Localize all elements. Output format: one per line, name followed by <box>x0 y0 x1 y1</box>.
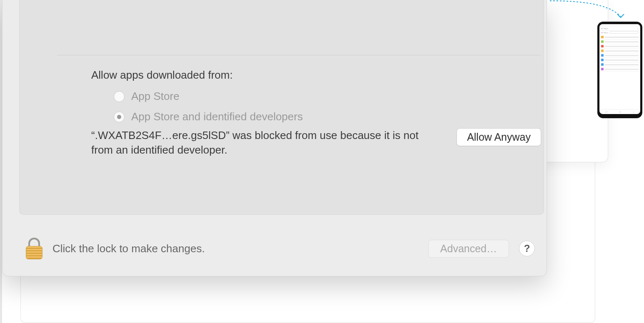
lock-icon[interactable] <box>26 238 42 259</box>
file-name-placeholder <box>605 46 639 47</box>
phone-file-row <box>599 44 640 49</box>
phone-nav-icon: ▭ <box>605 110 608 113</box>
phone-menu-icon: ⋮ <box>637 27 639 30</box>
radio-label: App Store and identified developers <box>131 110 303 123</box>
phone-file-row <box>599 67 640 72</box>
phone-nav-icon: ○ <box>633 111 634 113</box>
phone-file-row <box>599 40 640 44</box>
file-name-placeholder <box>605 55 639 56</box>
radio-icon <box>114 91 125 102</box>
phone-file-row <box>599 53 640 58</box>
help-button[interactable]: ? <box>519 241 535 256</box>
footer-right: Advanced… ? <box>428 240 535 258</box>
phone-bottom-bar: ▭ ≡ ○ <box>599 109 640 114</box>
phone-preview: EZ Share ⋮ EZ Share ▭ ≡ ○ <box>597 22 642 118</box>
preferences-footer: Click the lock to make changes. Advanced… <box>26 238 535 259</box>
allow-anyway-button[interactable]: Allow Anyway <box>457 128 541 146</box>
file-type-icon <box>601 36 604 38</box>
radio-label: App Store <box>131 90 180 103</box>
radio-icon <box>114 112 125 122</box>
phone-app-title: EZ Share <box>601 27 608 30</box>
file-name-placeholder <box>605 41 639 42</box>
allow-apps-radio-group: App Store App Store and identified devel… <box>114 90 303 123</box>
file-name-placeholder <box>605 60 639 61</box>
phone-file-row <box>599 62 640 67</box>
phone-file-row <box>599 35 640 40</box>
phone-search-input <box>609 31 639 34</box>
blocked-app-row: “.WXATB2S4F…ere.gs5lSD” was blocked from… <box>91 128 541 157</box>
phone-nav-icon: ≡ <box>619 111 621 113</box>
phone-search-row: EZ Share <box>599 31 640 35</box>
preferences-card: Allow apps downloaded from: App Store Ap… <box>19 0 544 215</box>
phone-file-row <box>599 58 640 62</box>
blocked-app-message: “.WXATB2S4F…ere.gs5lSD” was blocked from… <box>91 128 437 157</box>
radio-option-app-store[interactable]: App Store <box>114 90 303 103</box>
phone-file-list <box>599 35 640 109</box>
file-type-icon <box>601 68 604 70</box>
allow-apps-section-title: Allow apps downloaded from: <box>91 69 233 82</box>
phone-file-row <box>599 49 640 53</box>
footer-left: Click the lock to make changes. <box>26 238 205 259</box>
file-type-icon <box>601 54 604 57</box>
advanced-button[interactable]: Advanced… <box>428 240 509 258</box>
file-name-placeholder <box>605 37 639 38</box>
file-name-placeholder <box>605 69 639 70</box>
phone-screen: EZ Share ⋮ EZ Share ▭ ≡ ○ <box>599 24 640 114</box>
file-type-icon <box>601 63 604 66</box>
file-type-icon <box>601 59 604 61</box>
file-name-placeholder <box>605 50 639 52</box>
radio-option-app-store-identified[interactable]: App Store and identified developers <box>114 110 303 123</box>
phone-app-title-2: EZ Share <box>601 32 608 34</box>
file-type-icon <box>601 40 604 43</box>
security-preferences-window: Allow apps downloaded from: App Store Ap… <box>2 0 547 276</box>
file-type-icon <box>601 50 604 52</box>
phone-app-header: EZ Share ⋮ <box>599 27 640 31</box>
file-name-placeholder <box>605 64 639 65</box>
file-type-icon <box>601 45 604 47</box>
card-divider <box>57 55 541 55</box>
lock-hint-text: Click the lock to make changes. <box>52 242 205 255</box>
